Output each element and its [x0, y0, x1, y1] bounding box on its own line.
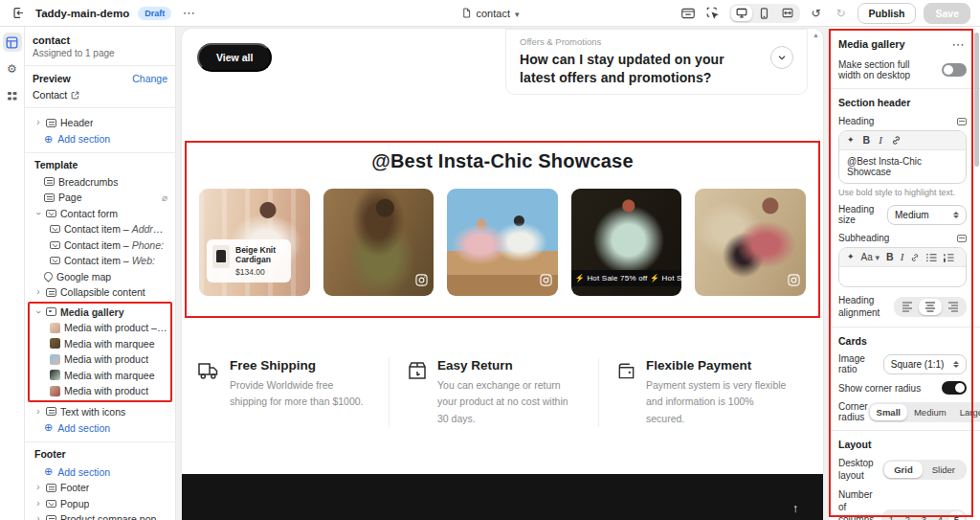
add-section-header[interactable]: Add section [33, 131, 167, 147]
theme-settings-icon[interactable] [3, 59, 22, 79]
scroll-up-arrow-icon[interactable] [813, 32, 819, 38]
media-card-marquee[interactable]: ⚡ Hot Sale 75% off ⚡ Hot S [571, 189, 682, 296]
return-box-icon [407, 360, 428, 427]
add-section-footer[interactable]: Add section [33, 463, 167, 480]
sidebar-item-contact-address[interactable]: Contact item – Address: [33, 221, 167, 237]
sidebar-item-media-with-product-2[interactable]: Media with product [33, 351, 167, 368]
view-all-button[interactable]: View all [197, 43, 272, 72]
sidebar-item-label: Media gallery [60, 306, 124, 318]
sidebar-item-text-with-icons[interactable]: › Text with icons [33, 404, 167, 420]
sidebar-item-media-with-marquee-1[interactable]: Media with marquee [33, 336, 167, 352]
layout-grid-option[interactable]: Grid [884, 462, 923, 478]
chevron-right-icon[interactable]: › [34, 483, 42, 492]
exit-editor-icon[interactable] [10, 5, 27, 22]
columns-5-option[interactable]: 5 [948, 511, 965, 520]
sidebar-item-label: Media with marquee [64, 370, 155, 381]
sidebar-item-footer[interactable]: › Footer [33, 480, 167, 496]
panel-menu-icon[interactable] [949, 35, 967, 53]
chevron-down-icon[interactable]: › [33, 210, 43, 217]
image-ratio-select[interactable]: Square (1:1) [883, 354, 967, 374]
page-selector[interactable]: contact [461, 8, 520, 19]
columns-2-option[interactable]: 2 [900, 511, 916, 520]
sidebar-item-page[interactable]: Page [33, 190, 167, 206]
chevron-right-icon[interactable]: › [34, 514, 42, 520]
sections-tab-icon[interactable] [3, 33, 22, 52]
full-width-label: Make section full width on desktop [838, 59, 934, 80]
sidebar-item-media-with-product-3[interactable]: Media with product [33, 383, 167, 399]
media-card-photo[interactable] [695, 189, 806, 296]
faq-expand-button[interactable] [770, 46, 793, 69]
chevron-right-icon[interactable]: › [34, 407, 42, 417]
sidebar-item-product-compare-popup[interactable]: › Product compare popup [33, 511, 167, 520]
columns-4-option[interactable]: 4 [932, 511, 948, 520]
italic-icon[interactable]: I [901, 252, 904, 262]
preview-label: Preview [33, 73, 71, 84]
italic-icon[interactable]: I [879, 135, 882, 146]
bullet-list-icon[interactable] [926, 253, 937, 262]
sidebar-item-google-map[interactable]: Google map [33, 269, 167, 285]
select-element-icon[interactable] [704, 5, 722, 22]
show-corner-toggle[interactable] [942, 381, 967, 395]
magic-text-icon[interactable] [847, 253, 855, 261]
link-icon[interactable] [910, 253, 920, 262]
sidebar-item-media-gallery[interactable]: › Media gallery [33, 305, 167, 321]
chevron-down-icon[interactable]: › [33, 308, 43, 316]
back-to-top-button[interactable] [792, 502, 798, 515]
bold-icon[interactable]: B [863, 135, 871, 146]
magic-text-icon[interactable] [847, 136, 855, 145]
columns-1-option[interactable]: 1 [883, 511, 900, 520]
sidebar-item-contact-phone[interactable]: Contact item – Phone: [33, 237, 167, 254]
sidebar-item-breadcrumbs[interactable]: Breadcrumbs [33, 174, 167, 191]
mobile-view-icon[interactable] [754, 6, 775, 21]
undo-icon[interactable] [808, 5, 825, 22]
panel-title: Media gallery [838, 38, 905, 50]
image-icon [46, 307, 56, 316]
full-width-toggle[interactable] [942, 63, 967, 77]
chevron-right-icon[interactable]: › [34, 499, 42, 509]
panel-scrollbar[interactable] [974, 29, 979, 517]
subheading-input[interactable] [839, 267, 966, 286]
apps-icon[interactable] [3, 86, 22, 105]
product-popup[interactable]: Beige Knit Cardigan $134.00 [207, 239, 291, 283]
media-card-product[interactable]: Beige Knit Cardigan $134.00 [199, 189, 310, 296]
align-center-option[interactable] [919, 299, 942, 315]
fullscreen-icon[interactable] [777, 6, 798, 21]
align-right-option[interactable] [942, 299, 965, 315]
heading-input[interactable]: @Best Insta-Chic Showcase [839, 150, 966, 183]
preview-page-link[interactable]: Contact [33, 89, 167, 101]
sidebar-item-media-with-marquee-2[interactable]: Media with marquee [33, 368, 167, 384]
hidden-section-icon[interactable] [162, 192, 167, 203]
theme-menu-icon[interactable] [180, 5, 197, 22]
feature-desc: You can exchange or return your product … [437, 377, 581, 427]
layout-slider-option[interactable]: Slider [923, 462, 965, 478]
text-style-dropdown[interactable]: Aa [861, 253, 880, 262]
media-card-photo[interactable] [323, 189, 434, 296]
heading-size-select[interactable]: Medium [887, 205, 967, 225]
add-icon [44, 421, 53, 434]
corner-medium-option[interactable]: Medium [907, 404, 953, 420]
chevron-right-icon[interactable]: › [34, 287, 42, 297]
align-left-option[interactable] [896, 299, 919, 315]
corner-small-option[interactable]: Small [870, 404, 907, 420]
desktop-view-icon[interactable] [731, 6, 752, 21]
bold-icon[interactable]: B [886, 252, 894, 262]
chevron-right-icon[interactable]: › [34, 118, 42, 127]
add-section-template[interactable]: Add section [33, 419, 167, 436]
link-icon[interactable] [891, 135, 902, 146]
publish-button[interactable]: Publish [858, 3, 917, 24]
columns-3-option[interactable]: 3 [916, 511, 932, 520]
numbered-list-icon[interactable] [944, 253, 954, 262]
sidebar-item-contact-web[interactable]: Contact item – Web: [33, 253, 167, 269]
dynamic-source-icon[interactable] [957, 118, 967, 125]
sidebar-item-label: Media with product [64, 353, 148, 365]
media-card-photo[interactable] [447, 189, 558, 296]
sidebar-item-label: Contact form [60, 208, 118, 219]
sidebar-item-popup[interactable]: › Popup [33, 496, 167, 512]
dynamic-source-icon[interactable] [957, 235, 967, 242]
sidebar-item-media-with-product-1[interactable]: Media with product – Beige Knit … [33, 320, 167, 336]
sidebar-item-header[interactable]: › Header [33, 115, 167, 131]
sidebar-item-collapsible-content[interactable]: › Collapsible content [33, 284, 167, 301]
inspector-icon[interactable] [679, 5, 697, 22]
change-preview-link[interactable]: Change [132, 73, 167, 84]
sidebar-item-contact-form[interactable]: › Contact form [33, 206, 167, 222]
